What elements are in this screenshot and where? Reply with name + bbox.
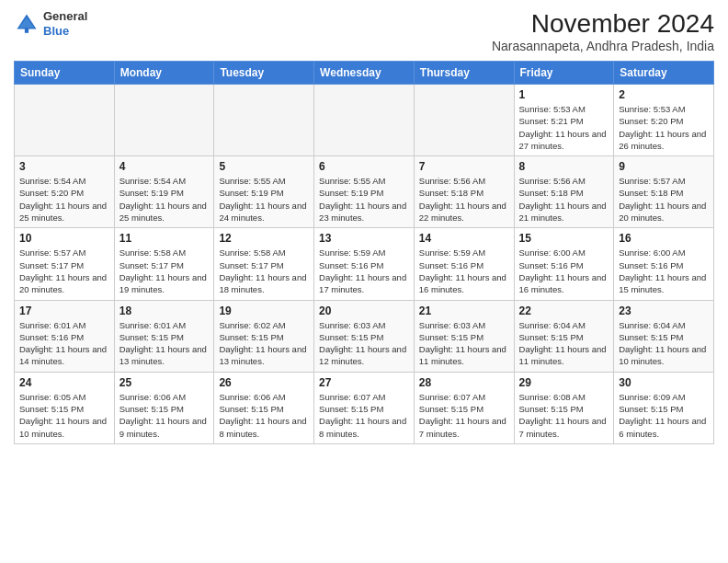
day-info: Sunrise: 6:01 AMSunset: 5:16 PMDaylight:… <box>19 319 109 368</box>
day-number: 2 <box>619 88 709 101</box>
day-number: 5 <box>219 160 309 173</box>
day-number: 28 <box>419 376 509 389</box>
day-cell <box>114 85 214 156</box>
day-info: Sunrise: 6:05 AMSunset: 5:15 PMDaylight:… <box>19 391 109 440</box>
calendar: SundayMondayTuesdayWednesdayThursdayFrid… <box>14 61 714 444</box>
day-info: Sunrise: 6:04 AMSunset: 5:15 PMDaylight:… <box>519 319 609 368</box>
day-info: Sunrise: 6:04 AMSunset: 5:15 PMDaylight:… <box>619 319 709 368</box>
day-cell: 8 Sunrise: 5:56 AMSunset: 5:18 PMDayligh… <box>514 156 614 228</box>
logo-blue: Blue <box>43 24 87 39</box>
day-cell: 13 Sunrise: 5:59 AMSunset: 5:16 PMDaylig… <box>314 228 415 300</box>
day-cell: 4 Sunrise: 5:54 AMSunset: 5:19 PMDayligh… <box>114 156 214 228</box>
weekday-header-saturday: Saturday <box>614 62 714 85</box>
header: General Blue November 2024 Narasannapeta… <box>14 9 714 53</box>
day-cell <box>15 85 115 156</box>
day-cell: 9 Sunrise: 5:57 AMSunset: 5:18 PMDayligh… <box>614 156 714 228</box>
logo-general: General <box>43 9 87 24</box>
day-number: 20 <box>319 304 409 317</box>
day-cell: 1 Sunrise: 5:53 AMSunset: 5:21 PMDayligh… <box>514 85 614 156</box>
day-cell: 10 Sunrise: 5:57 AMSunset: 5:17 PMDaylig… <box>15 228 115 300</box>
day-number: 4 <box>119 160 210 173</box>
day-cell <box>414 85 514 156</box>
day-info: Sunrise: 5:55 AMSunset: 5:19 PMDaylight:… <box>319 175 409 224</box>
day-cell: 21 Sunrise: 6:03 AMSunset: 5:15 PMDaylig… <box>414 300 514 372</box>
day-number: 7 <box>419 160 509 173</box>
day-info: Sunrise: 6:07 AMSunset: 5:15 PMDaylight:… <box>319 391 409 440</box>
day-info: Sunrise: 5:54 AMSunset: 5:20 PMDaylight:… <box>19 175 109 224</box>
day-number: 21 <box>419 304 509 317</box>
day-number: 3 <box>19 160 109 173</box>
day-info: Sunrise: 6:03 AMSunset: 5:15 PMDaylight:… <box>419 319 509 368</box>
day-number: 9 <box>619 160 709 173</box>
weekday-header-tuesday: Tuesday <box>214 62 314 85</box>
day-number: 14 <box>419 232 509 245</box>
day-number: 29 <box>519 376 609 389</box>
day-info: Sunrise: 5:54 AMSunset: 5:19 PMDaylight:… <box>119 175 210 224</box>
day-number: 8 <box>519 160 609 173</box>
day-info: Sunrise: 5:57 AMSunset: 5:17 PMDaylight:… <box>19 247 109 295</box>
day-info: Sunrise: 6:09 AMSunset: 5:15 PMDaylight:… <box>619 391 709 440</box>
day-cell: 16 Sunrise: 6:00 AMSunset: 5:16 PMDaylig… <box>614 228 714 300</box>
day-cell: 20 Sunrise: 6:03 AMSunset: 5:15 PMDaylig… <box>314 300 415 372</box>
day-info: Sunrise: 5:59 AMSunset: 5:16 PMDaylight:… <box>419 247 509 295</box>
week-row-2: 3 Sunrise: 5:54 AMSunset: 5:20 PMDayligh… <box>15 156 714 228</box>
day-cell: 25 Sunrise: 6:06 AMSunset: 5:15 PMDaylig… <box>114 372 214 443</box>
day-cell: 18 Sunrise: 6:01 AMSunset: 5:15 PMDaylig… <box>114 300 214 372</box>
day-cell: 28 Sunrise: 6:07 AMSunset: 5:15 PMDaylig… <box>414 372 514 443</box>
day-cell: 24 Sunrise: 6:05 AMSunset: 5:15 PMDaylig… <box>15 372 115 443</box>
day-info: Sunrise: 6:08 AMSunset: 5:15 PMDaylight:… <box>519 391 609 440</box>
day-number: 23 <box>619 304 709 317</box>
day-cell <box>314 85 415 156</box>
logo-text: General Blue <box>43 9 87 38</box>
day-cell: 27 Sunrise: 6:07 AMSunset: 5:15 PMDaylig… <box>314 372 415 443</box>
day-number: 11 <box>119 232 210 245</box>
month-title: November 2024 <box>492 9 714 39</box>
week-row-3: 10 Sunrise: 5:57 AMSunset: 5:17 PMDaylig… <box>15 228 714 300</box>
day-cell: 6 Sunrise: 5:55 AMSunset: 5:19 PMDayligh… <box>314 156 415 228</box>
day-cell: 22 Sunrise: 6:04 AMSunset: 5:15 PMDaylig… <box>514 300 614 372</box>
day-info: Sunrise: 5:53 AMSunset: 5:20 PMDaylight:… <box>619 103 709 152</box>
day-info: Sunrise: 5:53 AMSunset: 5:21 PMDaylight:… <box>519 103 609 152</box>
day-info: Sunrise: 6:02 AMSunset: 5:15 PMDaylight:… <box>219 319 309 368</box>
day-number: 19 <box>219 304 309 317</box>
svg-rect-2 <box>25 28 28 33</box>
day-number: 24 <box>19 376 109 389</box>
day-cell: 30 Sunrise: 6:09 AMSunset: 5:15 PMDaylig… <box>614 372 714 443</box>
day-info: Sunrise: 5:57 AMSunset: 5:18 PMDaylight:… <box>619 175 709 224</box>
day-cell: 29 Sunrise: 6:08 AMSunset: 5:15 PMDaylig… <box>514 372 614 443</box>
day-cell: 11 Sunrise: 5:58 AMSunset: 5:17 PMDaylig… <box>114 228 214 300</box>
day-info: Sunrise: 6:06 AMSunset: 5:15 PMDaylight:… <box>119 391 210 440</box>
day-number: 16 <box>619 232 709 245</box>
day-number: 26 <box>219 376 309 389</box>
day-info: Sunrise: 5:56 AMSunset: 5:18 PMDaylight:… <box>519 175 609 224</box>
day-info: Sunrise: 6:00 AMSunset: 5:16 PMDaylight:… <box>519 247 609 295</box>
week-row-1: 1 Sunrise: 5:53 AMSunset: 5:21 PMDayligh… <box>15 85 714 156</box>
day-info: Sunrise: 5:58 AMSunset: 5:17 PMDaylight:… <box>119 247 210 295</box>
day-cell <box>214 85 314 156</box>
weekday-header-thursday: Thursday <box>414 62 514 85</box>
weekday-header-sunday: Sunday <box>15 62 115 85</box>
day-number: 25 <box>119 376 210 389</box>
weekday-header-wednesday: Wednesday <box>314 62 415 85</box>
day-cell: 2 Sunrise: 5:53 AMSunset: 5:20 PMDayligh… <box>614 85 714 156</box>
day-info: Sunrise: 6:07 AMSunset: 5:15 PMDaylight:… <box>419 391 509 440</box>
day-cell: 3 Sunrise: 5:54 AMSunset: 5:20 PMDayligh… <box>15 156 115 228</box>
day-cell: 12 Sunrise: 5:58 AMSunset: 5:17 PMDaylig… <box>214 228 314 300</box>
day-number: 22 <box>519 304 609 317</box>
logo-icon <box>14 11 40 37</box>
day-cell: 15 Sunrise: 6:00 AMSunset: 5:16 PMDaylig… <box>514 228 614 300</box>
weekday-header-friday: Friday <box>514 62 614 85</box>
logo: General Blue <box>14 9 87 38</box>
location: Narasannapeta, Andhra Pradesh, India <box>492 39 714 53</box>
day-number: 6 <box>319 160 409 173</box>
day-number: 30 <box>619 376 709 389</box>
day-info: Sunrise: 6:01 AMSunset: 5:15 PMDaylight:… <box>119 319 210 368</box>
day-number: 12 <box>219 232 309 245</box>
day-cell: 14 Sunrise: 5:59 AMSunset: 5:16 PMDaylig… <box>414 228 514 300</box>
day-info: Sunrise: 5:58 AMSunset: 5:17 PMDaylight:… <box>219 247 309 295</box>
day-cell: 26 Sunrise: 6:06 AMSunset: 5:15 PMDaylig… <box>214 372 314 443</box>
day-cell: 5 Sunrise: 5:55 AMSunset: 5:19 PMDayligh… <box>214 156 314 228</box>
title-section: November 2024 Narasannapeta, Andhra Prad… <box>492 9 714 53</box>
page: General Blue November 2024 Narasannapeta… <box>0 0 728 563</box>
day-cell: 7 Sunrise: 5:56 AMSunset: 5:18 PMDayligh… <box>414 156 514 228</box>
